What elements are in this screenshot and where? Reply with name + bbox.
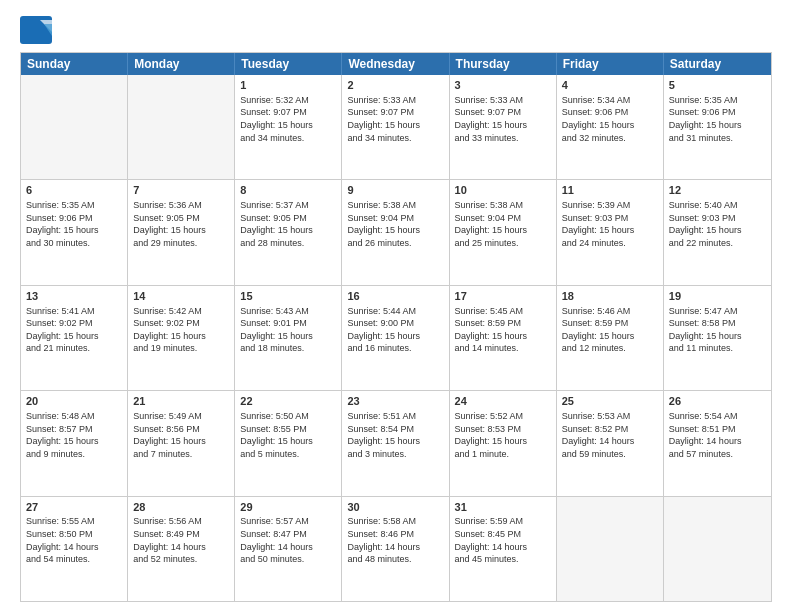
cell-line: Daylight: 14 hours <box>669 435 766 448</box>
day-number: 8 <box>240 183 336 198</box>
cell-line: Sunrise: 5:44 AM <box>347 305 443 318</box>
day-cell-3: 3Sunrise: 5:33 AMSunset: 9:07 PMDaylight… <box>450 75 557 179</box>
cell-line: and 45 minutes. <box>455 553 551 566</box>
cell-line: and 57 minutes. <box>669 448 766 461</box>
cell-line: Sunset: 9:04 PM <box>347 212 443 225</box>
cell-line: and 21 minutes. <box>26 342 122 355</box>
day-number: 14 <box>133 289 229 304</box>
cell-line: Daylight: 14 hours <box>133 541 229 554</box>
day-cell-23: 23Sunrise: 5:51 AMSunset: 8:54 PMDayligh… <box>342 391 449 495</box>
cell-line: and 14 minutes. <box>455 342 551 355</box>
logo-icon <box>20 16 52 44</box>
week-row-3: 13Sunrise: 5:41 AMSunset: 9:02 PMDayligh… <box>21 285 771 390</box>
day-cell-27: 27Sunrise: 5:55 AMSunset: 8:50 PMDayligh… <box>21 497 128 601</box>
day-of-week-thursday: Thursday <box>450 53 557 75</box>
cell-line: and 5 minutes. <box>240 448 336 461</box>
day-cell-21: 21Sunrise: 5:49 AMSunset: 8:56 PMDayligh… <box>128 391 235 495</box>
empty-cell <box>557 497 664 601</box>
cell-line: and 18 minutes. <box>240 342 336 355</box>
cell-line: Daylight: 15 hours <box>455 435 551 448</box>
day-cell-17: 17Sunrise: 5:45 AMSunset: 8:59 PMDayligh… <box>450 286 557 390</box>
cell-line: Sunrise: 5:48 AM <box>26 410 122 423</box>
cell-line: and 16 minutes. <box>347 342 443 355</box>
header <box>20 16 772 44</box>
cell-line: and 3 minutes. <box>347 448 443 461</box>
cell-line: Sunrise: 5:58 AM <box>347 515 443 528</box>
cell-line: Sunset: 9:07 PM <box>455 106 551 119</box>
day-number: 23 <box>347 394 443 409</box>
day-cell-15: 15Sunrise: 5:43 AMSunset: 9:01 PMDayligh… <box>235 286 342 390</box>
day-number: 31 <box>455 500 551 515</box>
cell-line: Daylight: 15 hours <box>669 119 766 132</box>
cell-line: Sunrise: 5:32 AM <box>240 94 336 107</box>
day-cell-26: 26Sunrise: 5:54 AMSunset: 8:51 PMDayligh… <box>664 391 771 495</box>
cell-line: Daylight: 15 hours <box>669 330 766 343</box>
cell-line: Sunrise: 5:43 AM <box>240 305 336 318</box>
day-cell-31: 31Sunrise: 5:59 AMSunset: 8:45 PMDayligh… <box>450 497 557 601</box>
cell-line: Sunset: 8:55 PM <box>240 423 336 436</box>
cell-line: Sunset: 8:50 PM <box>26 528 122 541</box>
cell-line: Sunrise: 5:36 AM <box>133 199 229 212</box>
cell-line: Daylight: 15 hours <box>26 330 122 343</box>
day-number: 13 <box>26 289 122 304</box>
day-number: 20 <box>26 394 122 409</box>
cell-line: Daylight: 14 hours <box>347 541 443 554</box>
cell-line: Sunrise: 5:52 AM <box>455 410 551 423</box>
cell-line: Sunset: 9:03 PM <box>562 212 658 225</box>
day-cell-29: 29Sunrise: 5:57 AMSunset: 8:47 PMDayligh… <box>235 497 342 601</box>
empty-cell <box>128 75 235 179</box>
day-number: 16 <box>347 289 443 304</box>
cell-line: Sunset: 8:57 PM <box>26 423 122 436</box>
cell-line: Daylight: 14 hours <box>26 541 122 554</box>
day-number: 10 <box>455 183 551 198</box>
cell-line: Daylight: 15 hours <box>347 119 443 132</box>
week-row-1: 1Sunrise: 5:32 AMSunset: 9:07 PMDaylight… <box>21 75 771 179</box>
day-number: 27 <box>26 500 122 515</box>
day-number: 26 <box>669 394 766 409</box>
cell-line: Daylight: 15 hours <box>347 224 443 237</box>
day-number: 30 <box>347 500 443 515</box>
cell-line: and 12 minutes. <box>562 342 658 355</box>
cell-line: Sunset: 8:59 PM <box>562 317 658 330</box>
cell-line: Sunset: 8:47 PM <box>240 528 336 541</box>
day-number: 6 <box>26 183 122 198</box>
cell-line: Sunset: 8:46 PM <box>347 528 443 541</box>
cell-line: Sunrise: 5:38 AM <box>455 199 551 212</box>
cell-line: Sunrise: 5:53 AM <box>562 410 658 423</box>
cell-line: and 59 minutes. <box>562 448 658 461</box>
day-number: 25 <box>562 394 658 409</box>
day-cell-7: 7Sunrise: 5:36 AMSunset: 9:05 PMDaylight… <box>128 180 235 284</box>
cell-line: Daylight: 15 hours <box>347 435 443 448</box>
calendar-body: 1Sunrise: 5:32 AMSunset: 9:07 PMDaylight… <box>21 75 771 601</box>
day-cell-25: 25Sunrise: 5:53 AMSunset: 8:52 PMDayligh… <box>557 391 664 495</box>
cell-line: Daylight: 15 hours <box>26 435 122 448</box>
week-row-4: 20Sunrise: 5:48 AMSunset: 8:57 PMDayligh… <box>21 390 771 495</box>
day-of-week-friday: Friday <box>557 53 664 75</box>
day-cell-5: 5Sunrise: 5:35 AMSunset: 9:06 PMDaylight… <box>664 75 771 179</box>
cell-line: Daylight: 15 hours <box>455 224 551 237</box>
day-number: 18 <box>562 289 658 304</box>
day-number: 15 <box>240 289 336 304</box>
calendar-header: SundayMondayTuesdayWednesdayThursdayFrid… <box>21 53 771 75</box>
cell-line: Sunset: 9:05 PM <box>240 212 336 225</box>
cell-line: and 11 minutes. <box>669 342 766 355</box>
day-number: 22 <box>240 394 336 409</box>
day-cell-24: 24Sunrise: 5:52 AMSunset: 8:53 PMDayligh… <box>450 391 557 495</box>
cell-line: Daylight: 15 hours <box>455 330 551 343</box>
cell-line: Sunset: 8:45 PM <box>455 528 551 541</box>
cell-line: Sunrise: 5:41 AM <box>26 305 122 318</box>
day-cell-1: 1Sunrise: 5:32 AMSunset: 9:07 PMDaylight… <box>235 75 342 179</box>
day-number: 29 <box>240 500 336 515</box>
cell-line: Sunset: 8:58 PM <box>669 317 766 330</box>
cell-line: Daylight: 15 hours <box>562 224 658 237</box>
cell-line: Sunrise: 5:37 AM <box>240 199 336 212</box>
day-cell-9: 9Sunrise: 5:38 AMSunset: 9:04 PMDaylight… <box>342 180 449 284</box>
cell-line: and 26 minutes. <box>347 237 443 250</box>
week-row-2: 6Sunrise: 5:35 AMSunset: 9:06 PMDaylight… <box>21 179 771 284</box>
cell-line: Daylight: 15 hours <box>240 119 336 132</box>
day-number: 24 <box>455 394 551 409</box>
day-of-week-monday: Monday <box>128 53 235 75</box>
cell-line: Sunset: 8:51 PM <box>669 423 766 436</box>
day-cell-16: 16Sunrise: 5:44 AMSunset: 9:00 PMDayligh… <box>342 286 449 390</box>
cell-line: Sunrise: 5:40 AM <box>669 199 766 212</box>
